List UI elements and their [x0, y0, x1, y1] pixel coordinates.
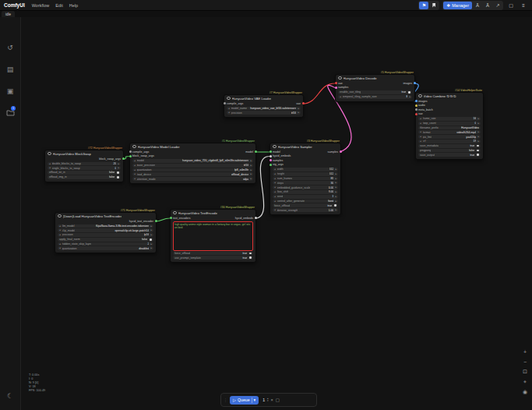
- input-dot[interactable]: [170, 217, 172, 219]
- decrement-icon[interactable]: ◂: [274, 200, 276, 203]
- widget-height[interactable]: ◂height512▸: [273, 172, 338, 176]
- queue-options-chevron-icon[interactable]: ▾: [254, 398, 256, 402]
- node-header[interactable]: HunyuanVideo Decode: [336, 75, 414, 81]
- collapse-icon[interactable]: [273, 145, 277, 149]
- decrement-icon[interactable]: ◂: [134, 159, 136, 163]
- menu-edit[interactable]: Edit: [55, 3, 62, 8]
- node-header[interactable]: HunyuanVideo VAE Loader: [224, 95, 303, 101]
- collapse-icon[interactable]: [418, 94, 422, 98]
- decrement-icon[interactable]: ◂: [420, 130, 421, 134]
- theme-toggle-icon[interactable]: ☾: [0, 392, 20, 400]
- collapse-icon[interactable]: [48, 152, 51, 156]
- clear-queue-icon[interactable]: ×: [271, 398, 273, 402]
- workflows-folder-icon[interactable]: [0, 109, 20, 118]
- widget-clip-model[interactable]: ◂clip_modelopenai/clip-vit-large-patch14…: [58, 228, 153, 232]
- widget-temporal-tiling-sample-size[interactable]: ◂temporal_tiling_sample_size8▸: [338, 95, 412, 99]
- input-slot[interactable]: compile_args: [224, 102, 244, 105]
- output-dot[interactable]: [122, 157, 125, 160]
- node-canvas[interactable]: #72 HunyuanVideoWrapperHunyuanVideo Bloc…: [0, 0, 532, 410]
- decrement-icon[interactable]: ◂: [59, 228, 61, 232]
- decrement-icon[interactable]: ◂: [274, 186, 276, 189]
- toggle-icon[interactable]: [117, 171, 119, 174]
- queue-button[interactable]: ▷ Queue ▾: [230, 396, 259, 405]
- node-header[interactable]: HunyuanVideo Model Loader: [130, 143, 255, 150]
- zoom-out-icon[interactable]: −: [520, 358, 530, 366]
- input-dot[interactable]: [224, 102, 226, 104]
- input-dot[interactable]: [335, 82, 337, 84]
- increment-icon[interactable]: ▸: [477, 117, 479, 121]
- minimap-toggle-icon[interactable]: ◉: [520, 388, 530, 396]
- spin-down-icon[interactable]: ▾: [267, 400, 269, 402]
- decrement-icon[interactable]: ◂: [228, 107, 230, 111]
- widget-control-after-generate[interactable]: ◂control_after_generatefixed▸: [273, 200, 338, 203]
- widget-steps[interactable]: ◂steps30▸: [273, 181, 338, 185]
- increment-icon[interactable]: ▸: [250, 159, 252, 163]
- decrement-icon[interactable]: ◂: [59, 233, 61, 237]
- collapse-icon[interactable]: [132, 145, 136, 149]
- fit-view-icon[interactable]: ⊡: [520, 368, 530, 376]
- input-dot[interactable]: [270, 164, 272, 166]
- output-slot[interactable]: hyvid_embeds: [235, 217, 257, 220]
- menu-help[interactable]: Help: [69, 3, 78, 8]
- collapse-icon[interactable]: [227, 97, 231, 101]
- input-dot[interactable]: [335, 87, 337, 89]
- increment-icon[interactable]: ▸: [477, 130, 479, 134]
- decrement-icon[interactable]: ◂: [420, 135, 421, 139]
- collapse-icon[interactable]: [58, 214, 62, 218]
- menu-toggle-icon[interactable]: ≡: [519, 2, 528, 9]
- flag-icon[interactable]: ⚑: [419, 2, 428, 9]
- increment-icon[interactable]: ▸: [250, 172, 252, 176]
- decrement-icon[interactable]: ◂: [274, 168, 276, 171]
- bookmark-icon[interactable]: [429, 2, 439, 9]
- decrement-icon[interactable]: ◂: [134, 172, 136, 176]
- decrement-icon[interactable]: ◂: [59, 224, 61, 228]
- widget-llm-model[interactable]: ◂llm_modelKijai/llava-llama-3-8b-text-en…: [58, 224, 153, 228]
- output-dot[interactable]: [414, 82, 416, 84]
- toggle-icon[interactable]: [249, 256, 252, 259]
- increment-icon[interactable]: ▸: [335, 181, 336, 185]
- widget-enable-vae-tiling[interactable]: enable_vae_tilingtrue: [338, 90, 412, 94]
- batch-count-input[interactable]: 1: [262, 398, 265, 402]
- decrement-icon[interactable]: ◂: [274, 190, 276, 194]
- input-dot[interactable]: [415, 108, 417, 111]
- input-slot[interactable]: images: [415, 100, 428, 103]
- widget-apply-final-norm[interactable]: apply_final_normfalse: [58, 238, 153, 242]
- widget-crf[interactable]: ◂crf19▸: [418, 140, 481, 143]
- increment-icon[interactable]: ▸: [335, 168, 336, 171]
- output-slot[interactable]: model: [245, 150, 256, 154]
- widget-pingpong[interactable]: pingpongfalse: [418, 149, 481, 153]
- decrement-icon[interactable]: ◂: [134, 177, 136, 181]
- widget-seed[interactable]: ◂seed3▸: [273, 195, 338, 199]
- toggle-icon[interactable]: [249, 253, 252, 255]
- toggle-icon[interactable]: [477, 145, 479, 147]
- input-slot[interactable]: vae: [335, 82, 343, 85]
- input-dot[interactable]: [415, 104, 417, 107]
- increment-icon[interactable]: ▸: [150, 233, 152, 237]
- toggle-icon[interactable]: [150, 239, 152, 241]
- widget-denoise-strength[interactable]: ◂denoise_strength1.00▸: [273, 208, 338, 212]
- decrement-icon[interactable]: ◂: [420, 140, 421, 143]
- input-dot[interactable]: [129, 155, 132, 157]
- widget-use-prompt-template[interactable]: use_prompt_templatetrue: [173, 256, 253, 260]
- input-dot[interactable]: [415, 100, 417, 102]
- input-slot[interactable]: meta_batch: [415, 108, 433, 111]
- output-slot[interactable]: hyvid_text_encoder: [129, 220, 157, 223]
- input-dot[interactable]: [270, 155, 272, 157]
- widget-offload-txt-in[interactable]: offload_txt_infalse: [48, 171, 121, 175]
- decrement-icon[interactable]: ◂: [228, 111, 230, 115]
- increment-icon[interactable]: ▸: [477, 135, 479, 139]
- focus-mode-icon[interactable]: ▢: [506, 2, 516, 9]
- workflow-tab[interactable]: idle: [2, 11, 15, 17]
- increment-icon[interactable]: ▸: [335, 195, 336, 199]
- input-slot[interactable]: compile_args: [129, 150, 150, 154]
- input-dot[interactable]: [270, 150, 272, 153]
- widget-quantization[interactable]: ◂quantizationdisabled▸: [58, 246, 153, 250]
- history-icon[interactable]: ↺: [0, 44, 20, 51]
- decrement-icon[interactable]: ◂: [274, 195, 276, 199]
- input-dot[interactable]: [270, 159, 272, 161]
- toggle-icon[interactable]: [477, 150, 479, 152]
- decrement-icon[interactable]: ◂: [134, 168, 136, 172]
- toggle-icon[interactable]: [408, 91, 410, 94]
- input-slot[interactable]: model: [270, 150, 280, 154]
- output-slot[interactable]: block_swap_args: [99, 157, 124, 161]
